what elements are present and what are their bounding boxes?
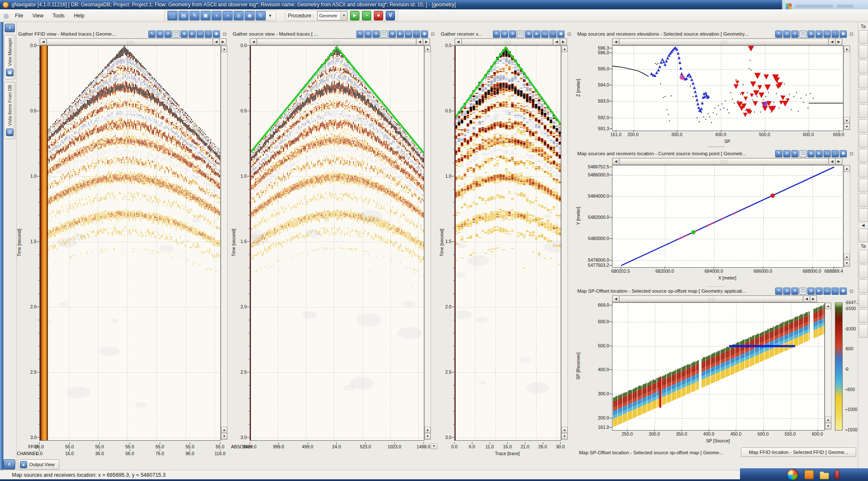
title-bar[interactable]: gNavigator [4.1.0.11216] [ DB: GeomageDB… (0, 0, 868, 9)
scroll-up-icon[interactable]: ▲ (825, 303, 831, 309)
pan-hand-icon[interactable]: ✛ (509, 31, 516, 38)
scroll-down-icon[interactable]: ▼ (562, 433, 568, 439)
menu-help[interactable]: Help (70, 11, 88, 20)
edit-pencil-icon[interactable]: ✎ (148, 31, 156, 38)
scroll-right-icon[interactable]: ▶ (560, 39, 567, 45)
scroll-left-icon[interactable]: ◀ (250, 39, 257, 45)
pan-hand-icon[interactable]: ✛ (164, 31, 172, 38)
scrollbar-thumb[interactable] (462, 39, 553, 45)
scroll-right-icon[interactable]: ▶ (423, 39, 430, 45)
scroll-up-icon[interactable]: ▲ (425, 46, 431, 52)
scroll-down-icon[interactable]: ▼ (425, 433, 431, 439)
dock-cell-button[interactable] (859, 119, 868, 133)
vertical-scrollbar[interactable]: ▲ ▲ ▼ (825, 302, 832, 430)
panel-header[interactable]: Map sources and receivers elevations - S… (576, 30, 856, 38)
float-window-icon[interactable]: ⊡ (430, 31, 436, 37)
dock-cell-button[interactable] (859, 45, 868, 59)
eraser-icon[interactable]: ⊘ (501, 31, 508, 38)
target-icon[interactable]: ◉ (557, 31, 565, 38)
eraser-icon[interactable]: ⊘ (783, 31, 790, 38)
select-arrow-icon[interactable]: ► (815, 150, 823, 157)
scroll-up-icon[interactable]: ▲ (844, 46, 850, 52)
float-window-icon[interactable]: ⊡ (849, 288, 854, 294)
dock-cell-button[interactable] (859, 134, 868, 148)
scroll-up-icon[interactable]: ▲ (844, 117, 850, 123)
horizontal-scrollbar[interactable]: ◀ ◀ ▶ (612, 38, 843, 45)
horizontal-scrollbar[interactable]: ◀ ◀ ▶ (612, 158, 843, 165)
dock-cell-button[interactable] (859, 265, 868, 278)
stop-button[interactable]: ■ (374, 11, 383, 20)
download-icon[interactable]: ↓ (205, 31, 212, 38)
expand-output-icon[interactable]: ∧ (3, 459, 15, 470)
download-icon[interactable]: ↓ (549, 31, 556, 38)
float-window-icon[interactable]: ⊡ (566, 31, 572, 37)
download-icon[interactable]: ↓ (832, 150, 839, 157)
view-list-icon[interactable]: ▤ (178, 11, 189, 20)
zoom-window-icon[interactable]: ▢ (517, 31, 524, 38)
zoom-in-icon[interactable]: ⊕ (525, 31, 532, 38)
dock-cell-button[interactable] (859, 60, 868, 73)
taskbar-app-icon[interactable] (835, 470, 839, 479)
ffid-gather-canvas[interactable] (40, 46, 220, 440)
dock-cell-button[interactable] (859, 75, 868, 88)
horizontal-scrollbar[interactable]: ◀ ◀ ▶ (454, 38, 567, 45)
scroll-right-icon[interactable]: ▶ (220, 39, 226, 45)
refresh-views-icon[interactable]: ↻ (256, 11, 266, 20)
edit-pencil-icon[interactable]: ✎ (493, 31, 500, 38)
pan-hand-icon[interactable]: ✛ (791, 150, 798, 157)
spoffset-map-plot[interactable] (612, 302, 825, 431)
scroll-up-icon[interactable]: ▲ (844, 254, 850, 260)
zoom-in-icon[interactable]: ⊕ (807, 288, 815, 295)
float-window-icon[interactable]: ⊡ (222, 31, 228, 37)
taskbar-app-icon[interactable] (804, 470, 814, 479)
scroll-up-icon[interactable]: ▲ (221, 427, 227, 433)
zoom-in-icon[interactable]: ⊕ (389, 31, 396, 38)
location-map-canvas[interactable] (612, 165, 843, 267)
vertical-scrollbar[interactable]: ▲ ▲ ▼ (424, 45, 431, 440)
pan-hand-icon[interactable]: ✛ (791, 288, 798, 295)
sidebar-tab-vista-items[interactable]: Vista Items From DB ⊞ (4, 82, 15, 139)
eraser-icon[interactable]: ⊘ (156, 31, 164, 38)
dock-cell-button[interactable] (859, 179, 868, 192)
eraser-icon[interactable]: ⊘ (783, 150, 790, 157)
validate-button[interactable]: V (386, 11, 395, 20)
edit-pencil-icon[interactable]: ✎ (775, 150, 782, 157)
scroll-right-icon[interactable]: ▶ (835, 158, 842, 165)
scroll-up-icon[interactable]: ▲ (425, 427, 431, 433)
dock-cell-button[interactable] (859, 193, 868, 207)
dock-cell-button[interactable] (859, 208, 868, 222)
horizontal-scrollbar[interactable]: ◀ ◀ ▶ (612, 295, 817, 302)
location-map-plot[interactable] (612, 165, 843, 268)
dock-cell-button[interactable] (859, 89, 868, 103)
target-icon[interactable]: ◉ (840, 31, 847, 38)
expand-dock-button[interactable]: > (5, 24, 15, 32)
start-button[interactable] (787, 469, 798, 481)
elevation-map-plot[interactable] (612, 45, 843, 131)
chevron-down-icon[interactable]: ▼ (431, 443, 437, 449)
globe-view-icon[interactable]: ◎ (234, 11, 244, 20)
scroll-down-icon[interactable]: ▼ (844, 123, 850, 130)
edit-pencil-icon[interactable]: ✎ (356, 31, 364, 38)
eraser-icon[interactable]: ⊘ (783, 288, 790, 295)
open-window-icon[interactable]: ▣ (200, 11, 211, 20)
scroll-right-icon[interactable]: ▶ (835, 39, 842, 45)
scroll-left-icon[interactable]: ◀ (612, 296, 619, 302)
tab-map-ffid[interactable]: Map FFID location - Selected FFID [ Geom… (741, 447, 856, 457)
dock-cell-button[interactable] (859, 250, 868, 263)
scroll-left-icon[interactable]: ◀ (455, 39, 462, 45)
download-icon[interactable]: ↓ (832, 288, 839, 295)
zoom-in-icon[interactable]: ⊕ (181, 31, 188, 38)
rubber-band-icon[interactable]: ▭ (823, 150, 831, 157)
zoom-in-icon[interactable]: ⊕ (807, 150, 815, 157)
panel-header[interactable]: Gather source view - Marked traces [ ...… (231, 30, 437, 38)
collapse-left-icon[interactable]: ◀ (862, 223, 865, 227)
pan-hand-icon[interactable]: ✛ (791, 31, 798, 38)
panel-header[interactable]: Gather FFID view - Marked traces [ Geome… (17, 30, 229, 38)
panel-header[interactable]: Gather receiver v... ✎⊘✛▢⊕►▭↓◉ ⊡ (439, 30, 574, 38)
select-arrow-icon[interactable]: ► (815, 288, 823, 295)
rubber-band-icon[interactable]: ▭ (823, 31, 831, 38)
select-arrow-icon[interactable]: ► (397, 31, 404, 38)
receiver-gather-canvas[interactable] (455, 46, 561, 440)
scrollbar-thumb[interactable] (47, 39, 213, 45)
taskbar-folder-icon[interactable] (820, 470, 829, 479)
